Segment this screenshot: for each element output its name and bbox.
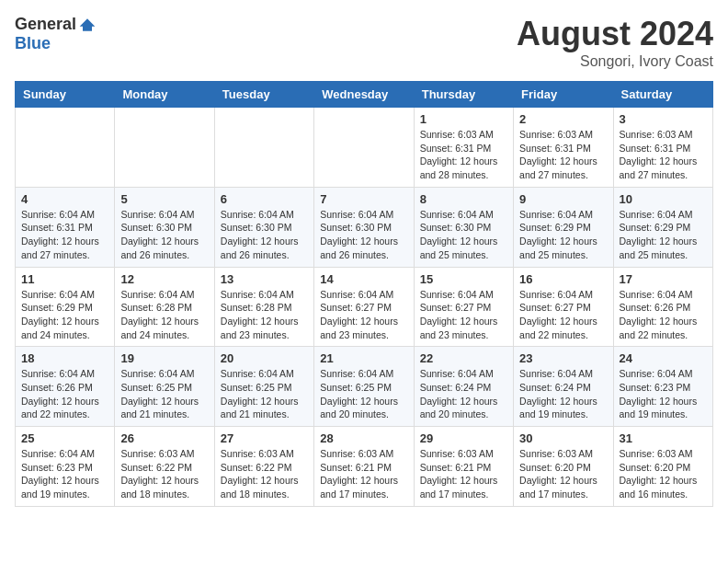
calendar-cell: 16Sunrise: 6:04 AM Sunset: 6:27 PM Dayli… <box>514 267 613 347</box>
logo-general-text: General <box>15 15 76 34</box>
calendar-cell: 2Sunrise: 6:03 AM Sunset: 6:31 PM Daylig… <box>514 108 613 188</box>
calendar-week-row: 11Sunrise: 6:04 AM Sunset: 6:29 PM Dayli… <box>16 267 713 347</box>
calendar-cell: 23Sunrise: 6:04 AM Sunset: 6:24 PM Dayli… <box>514 347 613 427</box>
day-number: 28 <box>320 431 407 445</box>
calendar-cell: 19Sunrise: 6:04 AM Sunset: 6:25 PM Dayli… <box>115 347 214 427</box>
day-number: 3 <box>620 112 707 126</box>
calendar-cell <box>16 108 115 188</box>
day-info: Sunrise: 6:04 AM Sunset: 6:28 PM Dayligh… <box>221 288 308 342</box>
day-number: 11 <box>21 272 108 286</box>
day-info: Sunrise: 6:04 AM Sunset: 6:27 PM Dayligh… <box>420 288 507 342</box>
calendar-cell: 6Sunrise: 6:04 AM Sunset: 6:30 PM Daylig… <box>214 187 313 267</box>
calendar-cell: 27Sunrise: 6:03 AM Sunset: 6:22 PM Dayli… <box>214 427 313 507</box>
calendar-cell: 29Sunrise: 6:03 AM Sunset: 6:21 PM Dayli… <box>414 427 513 507</box>
month-year-title: August 2024 <box>517 15 713 53</box>
day-number: 27 <box>221 431 308 445</box>
day-info: Sunrise: 6:04 AM Sunset: 6:30 PM Dayligh… <box>420 208 507 262</box>
calendar-cell: 13Sunrise: 6:04 AM Sunset: 6:28 PM Dayli… <box>214 267 313 347</box>
day-info: Sunrise: 6:04 AM Sunset: 6:29 PM Dayligh… <box>21 288 108 342</box>
calendar-cell: 12Sunrise: 6:04 AM Sunset: 6:28 PM Dayli… <box>115 267 214 347</box>
day-info: Sunrise: 6:04 AM Sunset: 6:25 PM Dayligh… <box>320 367 407 421</box>
day-number: 23 <box>519 351 607 365</box>
calendar-cell: 22Sunrise: 6:04 AM Sunset: 6:24 PM Dayli… <box>414 347 513 427</box>
weekday-header-saturday: Saturday <box>613 82 712 108</box>
calendar-cell: 17Sunrise: 6:04 AM Sunset: 6:26 PM Dayli… <box>613 267 712 347</box>
calendar-cell: 14Sunrise: 6:04 AM Sunset: 6:27 PM Dayli… <box>314 267 414 347</box>
calendar-cell <box>115 108 214 188</box>
calendar-cell: 20Sunrise: 6:04 AM Sunset: 6:25 PM Dayli… <box>214 347 313 427</box>
day-info: Sunrise: 6:04 AM Sunset: 6:24 PM Dayligh… <box>519 367 607 421</box>
calendar-cell: 11Sunrise: 6:04 AM Sunset: 6:29 PM Dayli… <box>16 267 115 347</box>
calendar-cell: 7Sunrise: 6:04 AM Sunset: 6:30 PM Daylig… <box>314 187 414 267</box>
day-number: 8 <box>420 192 507 206</box>
day-number: 2 <box>519 112 607 126</box>
day-number: 7 <box>320 192 407 206</box>
day-info: Sunrise: 6:03 AM Sunset: 6:21 PM Dayligh… <box>420 447 507 501</box>
weekday-header-monday: Monday <box>115 82 214 108</box>
day-info: Sunrise: 6:03 AM Sunset: 6:22 PM Dayligh… <box>221 447 308 501</box>
calendar-week-row: 18Sunrise: 6:04 AM Sunset: 6:26 PM Dayli… <box>16 347 713 427</box>
day-number: 13 <box>221 272 308 286</box>
day-number: 14 <box>320 272 407 286</box>
calendar-week-row: 1Sunrise: 6:03 AM Sunset: 6:31 PM Daylig… <box>16 108 713 188</box>
calendar-week-row: 4Sunrise: 6:04 AM Sunset: 6:31 PM Daylig… <box>16 187 713 267</box>
day-number: 25 <box>21 431 108 445</box>
day-info: Sunrise: 6:04 AM Sunset: 6:24 PM Dayligh… <box>420 367 507 421</box>
weekday-header-thursday: Thursday <box>414 82 513 108</box>
day-info: Sunrise: 6:04 AM Sunset: 6:31 PM Dayligh… <box>21 208 108 262</box>
weekday-header-tuesday: Tuesday <box>214 82 313 108</box>
calendar-cell <box>314 108 414 188</box>
day-number: 24 <box>620 351 707 365</box>
day-info: Sunrise: 6:04 AM Sunset: 6:27 PM Dayligh… <box>320 288 407 342</box>
weekday-header-row: SundayMondayTuesdayWednesdayThursdayFrid… <box>16 82 713 108</box>
calendar-cell: 9Sunrise: 6:04 AM Sunset: 6:29 PM Daylig… <box>514 187 613 267</box>
day-info: Sunrise: 6:03 AM Sunset: 6:20 PM Dayligh… <box>519 447 607 501</box>
weekday-header-wednesday: Wednesday <box>314 82 414 108</box>
calendar-cell: 21Sunrise: 6:04 AM Sunset: 6:25 PM Dayli… <box>314 347 414 427</box>
day-info: Sunrise: 6:03 AM Sunset: 6:31 PM Dayligh… <box>620 128 707 182</box>
day-info: Sunrise: 6:04 AM Sunset: 6:28 PM Dayligh… <box>120 288 208 342</box>
day-info: Sunrise: 6:04 AM Sunset: 6:23 PM Dayligh… <box>21 447 108 501</box>
day-info: Sunrise: 6:04 AM Sunset: 6:25 PM Dayligh… <box>221 367 308 421</box>
calendar-cell: 24Sunrise: 6:04 AM Sunset: 6:23 PM Dayli… <box>613 347 712 427</box>
calendar-cell: 26Sunrise: 6:03 AM Sunset: 6:22 PM Dayli… <box>115 427 214 507</box>
day-info: Sunrise: 6:04 AM Sunset: 6:26 PM Dayligh… <box>21 367 108 421</box>
day-number: 26 <box>120 431 208 445</box>
day-number: 17 <box>620 272 707 286</box>
day-number: 18 <box>21 351 108 365</box>
calendar-cell: 1Sunrise: 6:03 AM Sunset: 6:31 PM Daylig… <box>414 108 513 188</box>
calendar-cell: 31Sunrise: 6:03 AM Sunset: 6:20 PM Dayli… <box>613 427 712 507</box>
calendar-week-row: 25Sunrise: 6:04 AM Sunset: 6:23 PM Dayli… <box>16 427 713 507</box>
calendar-table: SundayMondayTuesdayWednesdayThursdayFrid… <box>15 81 713 507</box>
day-info: Sunrise: 6:04 AM Sunset: 6:26 PM Dayligh… <box>620 288 707 342</box>
day-info: Sunrise: 6:04 AM Sunset: 6:27 PM Dayligh… <box>519 288 607 342</box>
day-number: 31 <box>620 431 707 445</box>
logo-icon <box>78 16 97 34</box>
calendar-cell: 30Sunrise: 6:03 AM Sunset: 6:20 PM Dayli… <box>514 427 613 507</box>
day-info: Sunrise: 6:03 AM Sunset: 6:31 PM Dayligh… <box>420 128 507 182</box>
day-number: 19 <box>120 351 208 365</box>
day-info: Sunrise: 6:04 AM Sunset: 6:30 PM Dayligh… <box>120 208 208 262</box>
calendar-cell: 8Sunrise: 6:04 AM Sunset: 6:30 PM Daylig… <box>414 187 513 267</box>
calendar-cell <box>214 108 313 188</box>
day-number: 29 <box>420 431 507 445</box>
calendar-cell: 3Sunrise: 6:03 AM Sunset: 6:31 PM Daylig… <box>613 108 712 188</box>
day-number: 30 <box>519 431 607 445</box>
day-info: Sunrise: 6:03 AM Sunset: 6:20 PM Dayligh… <box>620 447 707 501</box>
calendar-cell: 5Sunrise: 6:04 AM Sunset: 6:30 PM Daylig… <box>115 187 214 267</box>
day-number: 9 <box>519 192 607 206</box>
day-info: Sunrise: 6:04 AM Sunset: 6:30 PM Dayligh… <box>221 208 308 262</box>
svg-marker-0 <box>80 18 96 30</box>
day-number: 6 <box>221 192 308 206</box>
title-section: August 2024 Songori, Ivory Coast <box>517 15 713 70</box>
calendar-cell: 4Sunrise: 6:04 AM Sunset: 6:31 PM Daylig… <box>16 187 115 267</box>
day-info: Sunrise: 6:04 AM Sunset: 6:29 PM Dayligh… <box>620 208 707 262</box>
weekday-header-friday: Friday <box>514 82 613 108</box>
calendar-cell: 10Sunrise: 6:04 AM Sunset: 6:29 PM Dayli… <box>613 187 712 267</box>
calendar-cell: 28Sunrise: 6:03 AM Sunset: 6:21 PM Dayli… <box>314 427 414 507</box>
logo: General Blue <box>15 15 97 53</box>
day-info: Sunrise: 6:04 AM Sunset: 6:30 PM Dayligh… <box>320 208 407 262</box>
day-info: Sunrise: 6:04 AM Sunset: 6:29 PM Dayligh… <box>519 208 607 262</box>
location-subtitle: Songori, Ivory Coast <box>517 53 713 70</box>
day-number: 10 <box>620 192 707 206</box>
